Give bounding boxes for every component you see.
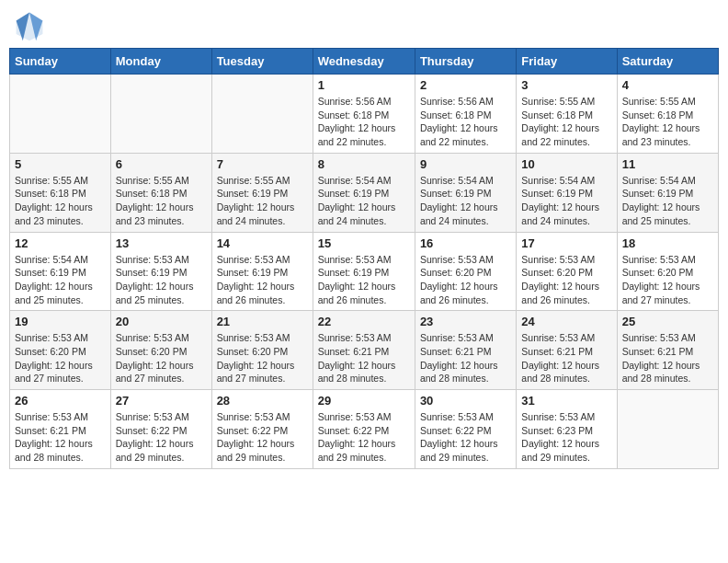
day-number: 2 bbox=[420, 78, 511, 92]
day-number: 10 bbox=[521, 157, 611, 171]
calendar-cell: 9Sunrise: 5:54 AM Sunset: 6:19 PM Daylig… bbox=[415, 153, 516, 232]
day-info: Sunrise: 5:55 AM Sunset: 6:18 PM Dayligh… bbox=[15, 174, 106, 228]
day-info: Sunrise: 5:53 AM Sunset: 6:20 PM Dayligh… bbox=[217, 331, 308, 385]
day-number: 4 bbox=[622, 78, 713, 92]
day-number: 30 bbox=[420, 394, 511, 408]
logo-icon bbox=[13, 9, 46, 42]
calendar-cell: 4Sunrise: 5:55 AM Sunset: 6:18 PM Daylig… bbox=[617, 75, 718, 154]
day-number: 3 bbox=[521, 78, 611, 92]
day-number: 13 bbox=[116, 236, 207, 250]
day-info: Sunrise: 5:53 AM Sunset: 6:21 PM Dayligh… bbox=[521, 331, 611, 385]
day-number: 1 bbox=[318, 78, 410, 92]
day-info: Sunrise: 5:53 AM Sunset: 6:23 PM Dayligh… bbox=[521, 410, 611, 465]
day-info: Sunrise: 5:53 AM Sunset: 6:22 PM Dayligh… bbox=[217, 410, 308, 465]
day-number: 11 bbox=[622, 157, 713, 171]
calendar-cell: 23Sunrise: 5:53 AM Sunset: 6:21 PM Dayli… bbox=[415, 311, 516, 390]
day-info: Sunrise: 5:54 AM Sunset: 6:19 PM Dayligh… bbox=[420, 174, 511, 228]
day-info: Sunrise: 5:53 AM Sunset: 6:21 PM Dayligh… bbox=[318, 331, 410, 385]
calendar-cell: 10Sunrise: 5:54 AM Sunset: 6:19 PM Dayli… bbox=[517, 153, 617, 232]
day-number: 17 bbox=[521, 236, 611, 250]
day-number: 12 bbox=[15, 236, 106, 250]
calendar-week-row: 19Sunrise: 5:53 AM Sunset: 6:20 PM Dayli… bbox=[10, 311, 719, 390]
day-info: Sunrise: 5:56 AM Sunset: 6:18 PM Dayligh… bbox=[420, 95, 511, 149]
day-info: Sunrise: 5:54 AM Sunset: 6:19 PM Dayligh… bbox=[15, 253, 106, 307]
day-info: Sunrise: 5:53 AM Sunset: 6:19 PM Dayligh… bbox=[116, 253, 207, 307]
logo bbox=[13, 9, 50, 42]
weekday-header: Tuesday bbox=[211, 49, 313, 75]
day-info: Sunrise: 5:53 AM Sunset: 6:21 PM Dayligh… bbox=[15, 410, 106, 465]
calendar-cell: 25Sunrise: 5:53 AM Sunset: 6:21 PM Dayli… bbox=[617, 311, 718, 390]
day-number: 28 bbox=[217, 394, 308, 408]
day-number: 5 bbox=[15, 157, 106, 171]
calendar-cell: 11Sunrise: 5:54 AM Sunset: 6:19 PM Dayli… bbox=[617, 153, 718, 232]
weekday-header: Thursday bbox=[415, 49, 516, 75]
calendar-cell: 28Sunrise: 5:53 AM Sunset: 6:22 PM Dayli… bbox=[211, 390, 313, 469]
calendar-table: SundayMondayTuesdayWednesdayThursdayFrid… bbox=[9, 48, 719, 469]
calendar-cell: 18Sunrise: 5:53 AM Sunset: 6:20 PM Dayli… bbox=[617, 232, 718, 311]
day-number: 24 bbox=[521, 315, 611, 328]
day-info: Sunrise: 5:53 AM Sunset: 6:20 PM Dayligh… bbox=[116, 331, 207, 385]
day-number: 31 bbox=[521, 394, 611, 408]
day-number: 16 bbox=[420, 236, 511, 250]
calendar-cell: 12Sunrise: 5:54 AM Sunset: 6:19 PM Dayli… bbox=[10, 232, 111, 311]
day-info: Sunrise: 5:53 AM Sunset: 6:20 PM Dayligh… bbox=[521, 253, 611, 307]
calendar-cell: 31Sunrise: 5:53 AM Sunset: 6:23 PM Dayli… bbox=[517, 390, 617, 469]
day-number: 26 bbox=[15, 394, 106, 408]
calendar-cell: 17Sunrise: 5:53 AM Sunset: 6:20 PM Dayli… bbox=[517, 232, 617, 311]
calendar-cell bbox=[110, 75, 211, 154]
weekday-header: Friday bbox=[517, 49, 617, 75]
calendar-cell: 13Sunrise: 5:53 AM Sunset: 6:19 PM Dayli… bbox=[110, 232, 211, 311]
day-info: Sunrise: 5:54 AM Sunset: 6:19 PM Dayligh… bbox=[318, 174, 410, 228]
day-number: 15 bbox=[318, 236, 410, 250]
day-number: 22 bbox=[318, 315, 410, 328]
day-info: Sunrise: 5:53 AM Sunset: 6:21 PM Dayligh… bbox=[420, 331, 511, 385]
day-info: Sunrise: 5:53 AM Sunset: 6:21 PM Dayligh… bbox=[622, 331, 713, 385]
calendar-cell: 27Sunrise: 5:53 AM Sunset: 6:22 PM Dayli… bbox=[110, 390, 211, 469]
calendar-cell: 1Sunrise: 5:56 AM Sunset: 6:18 PM Daylig… bbox=[313, 75, 415, 154]
calendar-cell: 19Sunrise: 5:53 AM Sunset: 6:20 PM Dayli… bbox=[10, 311, 111, 390]
day-number: 21 bbox=[217, 315, 308, 328]
calendar-cell: 3Sunrise: 5:55 AM Sunset: 6:18 PM Daylig… bbox=[517, 75, 617, 154]
day-number: 19 bbox=[15, 315, 106, 328]
day-info: Sunrise: 5:53 AM Sunset: 6:19 PM Dayligh… bbox=[217, 253, 308, 307]
calendar-cell bbox=[617, 390, 718, 469]
day-info: Sunrise: 5:54 AM Sunset: 6:19 PM Dayligh… bbox=[521, 174, 611, 228]
day-number: 25 bbox=[622, 315, 713, 328]
day-info: Sunrise: 5:53 AM Sunset: 6:19 PM Dayligh… bbox=[318, 253, 410, 307]
calendar-cell: 20Sunrise: 5:53 AM Sunset: 6:20 PM Dayli… bbox=[110, 311, 211, 390]
calendar-cell: 24Sunrise: 5:53 AM Sunset: 6:21 PM Dayli… bbox=[517, 311, 617, 390]
day-info: Sunrise: 5:53 AM Sunset: 6:22 PM Dayligh… bbox=[116, 410, 207, 465]
day-number: 20 bbox=[116, 315, 207, 328]
day-number: 8 bbox=[318, 157, 410, 171]
day-info: Sunrise: 5:55 AM Sunset: 6:18 PM Dayligh… bbox=[521, 95, 611, 149]
calendar-week-row: 12Sunrise: 5:54 AM Sunset: 6:19 PM Dayli… bbox=[10, 232, 719, 311]
day-info: Sunrise: 5:55 AM Sunset: 6:19 PM Dayligh… bbox=[217, 174, 308, 228]
calendar-cell: 22Sunrise: 5:53 AM Sunset: 6:21 PM Dayli… bbox=[313, 311, 415, 390]
day-info: Sunrise: 5:54 AM Sunset: 6:19 PM Dayligh… bbox=[622, 174, 713, 228]
weekday-header: Saturday bbox=[617, 49, 718, 75]
calendar-cell: 7Sunrise: 5:55 AM Sunset: 6:19 PM Daylig… bbox=[211, 153, 313, 232]
weekday-header: Monday bbox=[110, 49, 211, 75]
calendar-cell: 29Sunrise: 5:53 AM Sunset: 6:22 PM Dayli… bbox=[313, 390, 415, 469]
day-number: 27 bbox=[116, 394, 207, 408]
day-info: Sunrise: 5:53 AM Sunset: 6:20 PM Dayligh… bbox=[15, 331, 106, 385]
calendar-week-row: 26Sunrise: 5:53 AM Sunset: 6:21 PM Dayli… bbox=[10, 390, 719, 469]
calendar-cell: 6Sunrise: 5:55 AM Sunset: 6:18 PM Daylig… bbox=[110, 153, 211, 232]
calendar-week-row: 5Sunrise: 5:55 AM Sunset: 6:18 PM Daylig… bbox=[10, 153, 719, 232]
calendar-week-row: 1Sunrise: 5:56 AM Sunset: 6:18 PM Daylig… bbox=[10, 75, 719, 154]
calendar-cell: 8Sunrise: 5:54 AM Sunset: 6:19 PM Daylig… bbox=[313, 153, 415, 232]
calendar-cell bbox=[10, 75, 111, 154]
day-info: Sunrise: 5:56 AM Sunset: 6:18 PM Dayligh… bbox=[318, 95, 410, 149]
day-info: Sunrise: 5:53 AM Sunset: 6:20 PM Dayligh… bbox=[420, 253, 511, 307]
calendar-cell: 14Sunrise: 5:53 AM Sunset: 6:19 PM Dayli… bbox=[211, 232, 313, 311]
calendar-header-row: SundayMondayTuesdayWednesdayThursdayFrid… bbox=[10, 49, 719, 75]
day-info: Sunrise: 5:53 AM Sunset: 6:22 PM Dayligh… bbox=[420, 410, 511, 465]
calendar-cell: 15Sunrise: 5:53 AM Sunset: 6:19 PM Dayli… bbox=[313, 232, 415, 311]
calendar-cell: 2Sunrise: 5:56 AM Sunset: 6:18 PM Daylig… bbox=[415, 75, 516, 154]
calendar-cell: 16Sunrise: 5:53 AM Sunset: 6:20 PM Dayli… bbox=[415, 232, 516, 311]
day-number: 9 bbox=[420, 157, 511, 171]
day-number: 7 bbox=[217, 157, 308, 171]
calendar-cell: 30Sunrise: 5:53 AM Sunset: 6:22 PM Dayli… bbox=[415, 390, 516, 469]
page-header bbox=[9, 9, 719, 42]
calendar-cell: 21Sunrise: 5:53 AM Sunset: 6:20 PM Dayli… bbox=[211, 311, 313, 390]
